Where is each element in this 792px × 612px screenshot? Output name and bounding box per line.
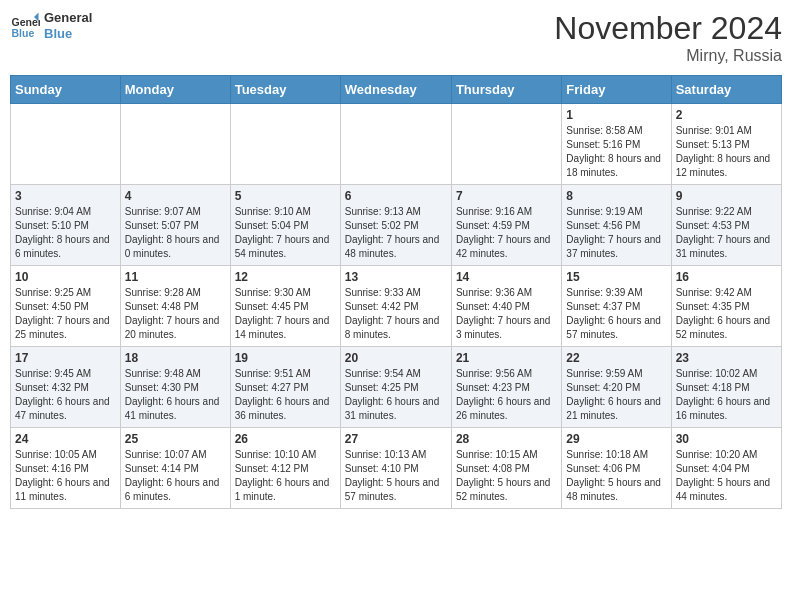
calendar-cell: 14Sunrise: 9:36 AM Sunset: 4:40 PM Dayli… (451, 266, 561, 347)
day-info: Sunrise: 9:39 AM Sunset: 4:37 PM Dayligh… (566, 286, 666, 342)
day-number: 20 (345, 351, 447, 365)
calendar-table: SundayMondayTuesdayWednesdayThursdayFrid… (10, 75, 782, 509)
calendar-cell: 30Sunrise: 10:20 AM Sunset: 4:04 PM Dayl… (671, 428, 781, 509)
calendar-week-3: 10Sunrise: 9:25 AM Sunset: 4:50 PM Dayli… (11, 266, 782, 347)
title-block: November 2024 Mirny, Russia (554, 10, 782, 65)
day-number: 3 (15, 189, 116, 203)
calendar-cell: 15Sunrise: 9:39 AM Sunset: 4:37 PM Dayli… (562, 266, 671, 347)
calendar-week-4: 17Sunrise: 9:45 AM Sunset: 4:32 PM Dayli… (11, 347, 782, 428)
calendar-cell (11, 104, 121, 185)
day-info: Sunrise: 9:33 AM Sunset: 4:42 PM Dayligh… (345, 286, 447, 342)
page-header: General Blue General Blue November 2024 … (10, 10, 782, 65)
calendar-cell: 7Sunrise: 9:16 AM Sunset: 4:59 PM Daylig… (451, 185, 561, 266)
calendar-cell: 22Sunrise: 9:59 AM Sunset: 4:20 PM Dayli… (562, 347, 671, 428)
logo-general: General (44, 10, 92, 26)
day-info: Sunrise: 9:16 AM Sunset: 4:59 PM Dayligh… (456, 205, 557, 261)
calendar-cell: 29Sunrise: 10:18 AM Sunset: 4:06 PM Dayl… (562, 428, 671, 509)
day-info: Sunrise: 10:05 AM Sunset: 4:16 PM Daylig… (15, 448, 116, 504)
weekday-tuesday: Tuesday (230, 76, 340, 104)
calendar-cell: 2Sunrise: 9:01 AM Sunset: 5:13 PM Daylig… (671, 104, 781, 185)
weekday-thursday: Thursday (451, 76, 561, 104)
day-info: Sunrise: 9:28 AM Sunset: 4:48 PM Dayligh… (125, 286, 226, 342)
calendar-cell: 1Sunrise: 8:58 AM Sunset: 5:16 PM Daylig… (562, 104, 671, 185)
day-number: 25 (125, 432, 226, 446)
day-info: Sunrise: 9:59 AM Sunset: 4:20 PM Dayligh… (566, 367, 666, 423)
logo-icon: General Blue (10, 11, 40, 41)
calendar-cell: 23Sunrise: 10:02 AM Sunset: 4:18 PM Dayl… (671, 347, 781, 428)
calendar-cell: 20Sunrise: 9:54 AM Sunset: 4:25 PM Dayli… (340, 347, 451, 428)
day-number: 17 (15, 351, 116, 365)
calendar-cell: 9Sunrise: 9:22 AM Sunset: 4:53 PM Daylig… (671, 185, 781, 266)
day-info: Sunrise: 8:58 AM Sunset: 5:16 PM Dayligh… (566, 124, 666, 180)
calendar-cell: 10Sunrise: 9:25 AM Sunset: 4:50 PM Dayli… (11, 266, 121, 347)
day-number: 28 (456, 432, 557, 446)
day-number: 27 (345, 432, 447, 446)
calendar-cell: 21Sunrise: 9:56 AM Sunset: 4:23 PM Dayli… (451, 347, 561, 428)
svg-text:Blue: Blue (12, 26, 35, 38)
day-number: 13 (345, 270, 447, 284)
day-info: Sunrise: 9:56 AM Sunset: 4:23 PM Dayligh… (456, 367, 557, 423)
calendar-cell: 12Sunrise: 9:30 AM Sunset: 4:45 PM Dayli… (230, 266, 340, 347)
calendar-cell (340, 104, 451, 185)
day-number: 24 (15, 432, 116, 446)
calendar-cell: 4Sunrise: 9:07 AM Sunset: 5:07 PM Daylig… (120, 185, 230, 266)
day-number: 29 (566, 432, 666, 446)
calendar-cell: 24Sunrise: 10:05 AM Sunset: 4:16 PM Dayl… (11, 428, 121, 509)
day-number: 12 (235, 270, 336, 284)
day-info: Sunrise: 10:13 AM Sunset: 4:10 PM Daylig… (345, 448, 447, 504)
calendar-cell: 6Sunrise: 9:13 AM Sunset: 5:02 PM Daylig… (340, 185, 451, 266)
weekday-sunday: Sunday (11, 76, 121, 104)
day-info: Sunrise: 9:36 AM Sunset: 4:40 PM Dayligh… (456, 286, 557, 342)
day-number: 4 (125, 189, 226, 203)
calendar-cell: 3Sunrise: 9:04 AM Sunset: 5:10 PM Daylig… (11, 185, 121, 266)
day-info: Sunrise: 9:10 AM Sunset: 5:04 PM Dayligh… (235, 205, 336, 261)
calendar-cell (120, 104, 230, 185)
calendar-cell: 16Sunrise: 9:42 AM Sunset: 4:35 PM Dayli… (671, 266, 781, 347)
calendar-cell: 19Sunrise: 9:51 AM Sunset: 4:27 PM Dayli… (230, 347, 340, 428)
page-title: November 2024 (554, 10, 782, 47)
calendar-cell: 28Sunrise: 10:15 AM Sunset: 4:08 PM Dayl… (451, 428, 561, 509)
day-number: 8 (566, 189, 666, 203)
weekday-wednesday: Wednesday (340, 76, 451, 104)
day-info: Sunrise: 9:01 AM Sunset: 5:13 PM Dayligh… (676, 124, 777, 180)
day-number: 18 (125, 351, 226, 365)
day-info: Sunrise: 9:48 AM Sunset: 4:30 PM Dayligh… (125, 367, 226, 423)
day-number: 19 (235, 351, 336, 365)
weekday-saturday: Saturday (671, 76, 781, 104)
day-info: Sunrise: 9:51 AM Sunset: 4:27 PM Dayligh… (235, 367, 336, 423)
day-info: Sunrise: 9:19 AM Sunset: 4:56 PM Dayligh… (566, 205, 666, 261)
calendar-cell: 8Sunrise: 9:19 AM Sunset: 4:56 PM Daylig… (562, 185, 671, 266)
day-number: 26 (235, 432, 336, 446)
weekday-header-row: SundayMondayTuesdayWednesdayThursdayFrid… (11, 76, 782, 104)
day-number: 10 (15, 270, 116, 284)
calendar-week-5: 24Sunrise: 10:05 AM Sunset: 4:16 PM Dayl… (11, 428, 782, 509)
weekday-monday: Monday (120, 76, 230, 104)
calendar-cell (451, 104, 561, 185)
day-info: Sunrise: 9:54 AM Sunset: 4:25 PM Dayligh… (345, 367, 447, 423)
day-number: 9 (676, 189, 777, 203)
day-info: Sunrise: 9:42 AM Sunset: 4:35 PM Dayligh… (676, 286, 777, 342)
day-info: Sunrise: 9:22 AM Sunset: 4:53 PM Dayligh… (676, 205, 777, 261)
day-info: Sunrise: 9:04 AM Sunset: 5:10 PM Dayligh… (15, 205, 116, 261)
day-number: 16 (676, 270, 777, 284)
day-info: Sunrise: 9:45 AM Sunset: 4:32 PM Dayligh… (15, 367, 116, 423)
calendar-body: 1Sunrise: 8:58 AM Sunset: 5:16 PM Daylig… (11, 104, 782, 509)
calendar-week-1: 1Sunrise: 8:58 AM Sunset: 5:16 PM Daylig… (11, 104, 782, 185)
day-info: Sunrise: 10:07 AM Sunset: 4:14 PM Daylig… (125, 448, 226, 504)
day-info: Sunrise: 9:07 AM Sunset: 5:07 PM Dayligh… (125, 205, 226, 261)
calendar-cell: 17Sunrise: 9:45 AM Sunset: 4:32 PM Dayli… (11, 347, 121, 428)
page-subtitle: Mirny, Russia (554, 47, 782, 65)
calendar-cell: 25Sunrise: 10:07 AM Sunset: 4:14 PM Dayl… (120, 428, 230, 509)
day-number: 5 (235, 189, 336, 203)
day-number: 1 (566, 108, 666, 122)
logo: General Blue General Blue (10, 10, 92, 41)
calendar-cell: 11Sunrise: 9:28 AM Sunset: 4:48 PM Dayli… (120, 266, 230, 347)
day-info: Sunrise: 10:15 AM Sunset: 4:08 PM Daylig… (456, 448, 557, 504)
day-info: Sunrise: 10:02 AM Sunset: 4:18 PM Daylig… (676, 367, 777, 423)
day-number: 11 (125, 270, 226, 284)
day-info: Sunrise: 9:13 AM Sunset: 5:02 PM Dayligh… (345, 205, 447, 261)
calendar-cell (230, 104, 340, 185)
calendar-cell: 5Sunrise: 9:10 AM Sunset: 5:04 PM Daylig… (230, 185, 340, 266)
calendar-cell: 26Sunrise: 10:10 AM Sunset: 4:12 PM Dayl… (230, 428, 340, 509)
day-info: Sunrise: 10:18 AM Sunset: 4:06 PM Daylig… (566, 448, 666, 504)
